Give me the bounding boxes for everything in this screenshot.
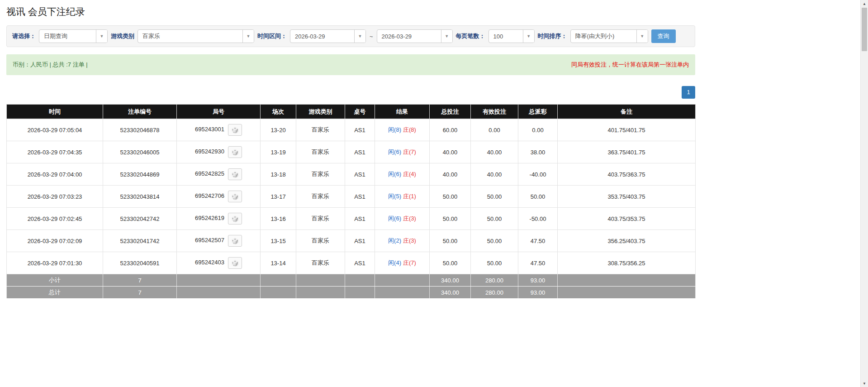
round-number: 695243001	[195, 126, 224, 133]
cell-payout: 0.00	[518, 119, 558, 141]
page-size-select[interactable]: 100 ▼	[489, 29, 535, 43]
cell-result: 闲(5)庄(1)	[375, 186, 430, 208]
header-session: 场次	[261, 105, 296, 119]
header-note: 备注	[558, 105, 696, 119]
cell-note: 308.75/356.25	[558, 252, 696, 274]
dice-icon: 🎲	[231, 194, 238, 200]
table-row: 2026-03-29 07:02:45 523302042742 6952426…	[7, 208, 696, 230]
round-detail-button[interactable]: 🎲	[228, 235, 242, 247]
round-number: 695242706	[195, 192, 224, 199]
player-result: 闲(2)	[388, 237, 401, 244]
subtotal-count: 7	[103, 274, 177, 287]
cell-table-no: AS1	[345, 163, 375, 186]
total-row: 总计 7 340.00 280.00 93.00	[7, 287, 696, 299]
cell-bet-id: 523302042742	[103, 208, 177, 230]
scroll-up-icon[interactable]: ▲	[861, 0, 868, 7]
cell-time: 2026-03-29 07:02:09	[7, 230, 103, 252]
chevron-down-icon[interactable]: ▼	[354, 30, 365, 43]
cell-game-type: 百家乐	[296, 119, 345, 141]
table-body: 2026-03-29 07:05:04 523302046878 6952430…	[7, 119, 696, 274]
banker-result: 庄(1)	[403, 193, 416, 200]
round-detail-button[interactable]: 🎲	[228, 124, 242, 136]
query-type-select[interactable]: 日期查询 ▼	[39, 29, 108, 43]
chevron-down-icon[interactable]: ▼	[96, 30, 107, 43]
cell-session: 13-16	[261, 208, 296, 230]
chevron-down-icon[interactable]: ▼	[242, 30, 254, 43]
search-button[interactable]: 查询	[651, 29, 676, 43]
cell-table-no: AS1	[345, 208, 375, 230]
header-bet-id: 注单编号	[103, 105, 177, 119]
dice-icon: 🎲	[231, 127, 238, 133]
scrollbar-thumb[interactable]	[862, 8, 867, 51]
banker-result: 庄(3)	[403, 215, 416, 222]
cell-session: 13-17	[261, 186, 296, 208]
subtotal-label: 小计	[7, 274, 103, 287]
cell-valid-bet: 50.00	[471, 208, 518, 230]
round-number: 695242507	[195, 237, 224, 244]
query-type-value: 日期查询	[39, 30, 96, 43]
vertical-scrollbar[interactable]: ▲ ▼	[860, 0, 868, 387]
chevron-down-icon[interactable]: ▼	[636, 30, 648, 43]
cell-total-bet: 50.00	[430, 252, 471, 274]
dice-icon: 🎲	[231, 238, 238, 244]
table-row: 2026-03-29 07:05:04 523302046878 6952430…	[7, 119, 696, 141]
cell-payout: -40.00	[518, 163, 558, 186]
cell-note: 356.25/403.75	[558, 230, 696, 252]
cell-valid-bet: 0.00	[471, 119, 518, 141]
cell-round: 695243001🎲	[177, 119, 261, 141]
page: 视讯 会员下注纪录 请选择： 日期查询 ▼ 游戏类别 百家乐 ▼ 时间区间： 2…	[6, 0, 695, 299]
cell-valid-bet: 50.00	[471, 252, 518, 274]
cell-total-bet: 50.00	[430, 186, 471, 208]
total-total-bet: 340.00	[430, 287, 471, 299]
cell-time: 2026-03-29 07:05:04	[7, 119, 103, 141]
total-valid-bet: 280.00	[471, 287, 518, 299]
player-result: 闲(6)	[388, 171, 401, 177]
dice-icon: 🎲	[231, 216, 238, 222]
cell-bet-id: 523302041742	[103, 230, 177, 252]
cell-session: 13-15	[261, 230, 296, 252]
banker-result: 庄(7)	[403, 259, 416, 266]
total-count: 7	[103, 287, 177, 299]
header-game-type: 游戏类别	[296, 105, 345, 119]
cell-game-type: 百家乐	[296, 141, 345, 163]
sort-select[interactable]: 降幂(由大到小) ▼	[570, 29, 648, 43]
game-type-select[interactable]: 百家乐 ▼	[138, 29, 254, 43]
cell-session: 13-14	[261, 252, 296, 274]
dice-icon: 🎲	[231, 172, 238, 177]
header-total-bet: 总投注	[430, 105, 471, 119]
round-detail-button[interactable]: 🎲	[228, 257, 242, 269]
round-detail-button[interactable]: 🎲	[228, 191, 242, 202]
page-button-1[interactable]: 1	[682, 86, 695, 99]
scroll-down-icon[interactable]: ▼	[861, 380, 868, 387]
table-row: 2026-03-29 07:02:09 523302041742 6952425…	[7, 230, 696, 252]
cell-round: 695242619🎲	[177, 208, 261, 230]
chevron-down-icon[interactable]: ▼	[523, 30, 534, 43]
player-result: 闲(4)	[388, 259, 401, 266]
game-type-value: 百家乐	[138, 30, 242, 43]
player-result: 闲(8)	[388, 126, 401, 133]
cell-table-no: AS1	[345, 186, 375, 208]
date-to-select[interactable]: 2026-03-29 ▼	[377, 29, 453, 43]
summary-bar: 币别：人民币 | 总共 :7 注单 | 同局有效投注，统一计算在该局第一张注单内	[6, 54, 695, 75]
cell-time: 2026-03-29 07:02:45	[7, 208, 103, 230]
dice-icon: 🎲	[231, 260, 238, 266]
round-detail-button[interactable]: 🎲	[228, 146, 242, 158]
cell-total-bet: 40.00	[430, 163, 471, 186]
cell-session: 13-18	[261, 163, 296, 186]
header-result: 结果	[375, 105, 430, 119]
table-header-row: 时间 注单编号 局号 场次 游戏类别 桌号 结果 总投注 有效投注 总派彩 备注	[7, 105, 696, 119]
header-time: 时间	[7, 105, 103, 119]
currency-total-text: 币别：人民币 | 总共 :7 注单 |	[13, 61, 88, 69]
banker-result: 庄(4)	[403, 171, 416, 177]
round-detail-button[interactable]: 🎲	[228, 168, 242, 180]
cell-time: 2026-03-29 07:04:00	[7, 163, 103, 186]
cell-session: 13-20	[261, 119, 296, 141]
chevron-down-icon[interactable]: ▼	[441, 30, 452, 43]
header-table-no: 桌号	[345, 105, 375, 119]
date-from-select[interactable]: 2026-03-29 ▼	[290, 29, 366, 43]
cell-bet-id: 523302043814	[103, 186, 177, 208]
page-title: 视讯 会员下注纪录	[6, 5, 695, 18]
query-type-label: 请选择：	[12, 32, 36, 40]
cell-round: 695242507🎲	[177, 230, 261, 252]
round-detail-button[interactable]: 🎲	[228, 213, 242, 225]
